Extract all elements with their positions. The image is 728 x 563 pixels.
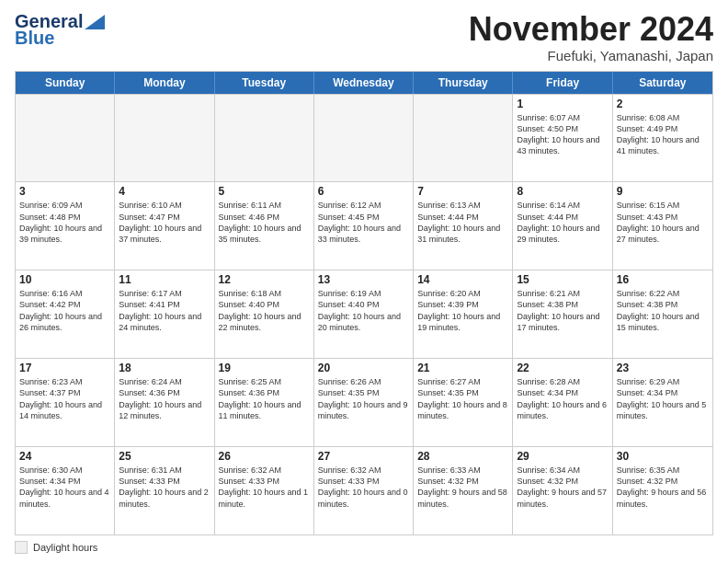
calendar-day-8: 8Sunrise: 6:14 AM Sunset: 4:44 PM Daylig… — [513, 182, 612, 270]
day-number: 3 — [19, 185, 110, 198]
calendar-empty-cell — [414, 95, 513, 182]
day-info: Sunrise: 6:09 AM Sunset: 4:48 PM Dayligh… — [19, 201, 105, 243]
day-number: 22 — [517, 362, 608, 374]
calendar: SundayMondayTuesdayWednesdayThursdayFrid… — [15, 71, 713, 535]
day-number: 28 — [417, 450, 508, 463]
calendar-day-16: 16Sunrise: 6:22 AM Sunset: 4:38 PM Dayli… — [613, 270, 712, 358]
day-info: Sunrise: 6:35 AM Sunset: 4:32 PM Dayligh… — [617, 465, 709, 508]
day-number: 11 — [119, 273, 210, 286]
calendar-day-5: 5Sunrise: 6:11 AM Sunset: 4:46 PM Daylig… — [215, 182, 314, 270]
day-number: 21 — [417, 362, 508, 374]
day-info: Sunrise: 6:31 AM Sunset: 4:33 PM Dayligh… — [119, 465, 210, 508]
logo-blue: Blue — [15, 28, 54, 48]
day-number: 20 — [318, 362, 409, 374]
day-number: 18 — [119, 362, 210, 374]
day-number: 23 — [617, 362, 709, 374]
day-info: Sunrise: 6:22 AM Sunset: 4:38 PM Dayligh… — [617, 289, 702, 331]
calendar-day-28: 28Sunrise: 6:33 AM Sunset: 4:32 PM Dayli… — [414, 447, 513, 534]
day-number: 25 — [119, 450, 210, 463]
logo-icon — [85, 15, 105, 29]
calendar-empty-cell — [215, 95, 314, 182]
calendar-empty-cell — [314, 95, 414, 182]
page: General Blue November 2024 Fuefuki, Yama… — [0, 0, 728, 563]
calendar-body: 1Sunrise: 6:07 AM Sunset: 4:50 PM Daylig… — [16, 94, 712, 534]
day-number: 29 — [517, 450, 608, 463]
day-info: Sunrise: 6:26 AM Sunset: 4:35 PM Dayligh… — [318, 377, 410, 419]
day-of-week-sunday: Sunday — [16, 72, 115, 94]
calendar-day-1: 1Sunrise: 6:07 AM Sunset: 4:50 PM Daylig… — [513, 95, 612, 182]
day-number: 1 — [517, 98, 608, 110]
day-number: 12 — [219, 273, 310, 286]
day-info: Sunrise: 6:10 AM Sunset: 4:47 PM Dayligh… — [119, 201, 204, 243]
svg-marker-0 — [85, 15, 105, 29]
day-info: Sunrise: 6:18 AM Sunset: 4:40 PM Dayligh… — [219, 289, 304, 331]
day-info: Sunrise: 6:34 AM Sunset: 4:32 PM Dayligh… — [517, 465, 609, 508]
day-info: Sunrise: 6:19 AM Sunset: 4:40 PM Dayligh… — [318, 289, 404, 331]
calendar-day-11: 11Sunrise: 6:17 AM Sunset: 4:41 PM Dayli… — [115, 270, 214, 358]
header: General Blue November 2024 Fuefuki, Yama… — [15, 11, 713, 63]
day-info: Sunrise: 6:21 AM Sunset: 4:38 PM Dayligh… — [517, 289, 602, 331]
calendar-week-3: 10Sunrise: 6:16 AM Sunset: 4:42 PM Dayli… — [16, 270, 712, 358]
day-of-week-monday: Monday — [115, 72, 214, 94]
legend: Daylight hours — [15, 541, 713, 554]
day-number: 16 — [617, 273, 709, 286]
day-info: Sunrise: 6:27 AM Sunset: 4:35 PM Dayligh… — [417, 377, 509, 419]
day-number: 7 — [417, 185, 508, 198]
day-info: Sunrise: 6:23 AM Sunset: 4:37 PM Dayligh… — [19, 377, 105, 419]
day-number: 9 — [617, 185, 709, 198]
day-of-week-tuesday: Tuesday — [215, 72, 314, 94]
day-number: 4 — [119, 185, 210, 198]
calendar-day-17: 17Sunrise: 6:23 AM Sunset: 4:37 PM Dayli… — [16, 359, 115, 446]
day-info: Sunrise: 6:16 AM Sunset: 4:42 PM Dayligh… — [19, 289, 105, 331]
calendar-day-4: 4Sunrise: 6:10 AM Sunset: 4:47 PM Daylig… — [115, 182, 214, 270]
day-info: Sunrise: 6:32 AM Sunset: 4:33 PM Dayligh… — [318, 465, 410, 508]
calendar-day-3: 3Sunrise: 6:09 AM Sunset: 4:48 PM Daylig… — [16, 182, 115, 270]
legend-label: Daylight hours — [33, 542, 97, 553]
calendar-week-5: 24Sunrise: 6:30 AM Sunset: 4:34 PM Dayli… — [16, 446, 712, 534]
calendar-day-26: 26Sunrise: 6:32 AM Sunset: 4:33 PM Dayli… — [215, 447, 314, 534]
day-number: 26 — [219, 450, 310, 463]
calendar-week-4: 17Sunrise: 6:23 AM Sunset: 4:37 PM Dayli… — [16, 358, 712, 446]
legend-box — [15, 541, 28, 554]
day-info: Sunrise: 6:24 AM Sunset: 4:36 PM Dayligh… — [119, 377, 204, 419]
day-number: 8 — [517, 185, 608, 198]
calendar-empty-cell — [115, 95, 214, 182]
calendar-day-30: 30Sunrise: 6:35 AM Sunset: 4:32 PM Dayli… — [613, 447, 712, 534]
calendar-day-27: 27Sunrise: 6:32 AM Sunset: 4:33 PM Dayli… — [314, 447, 414, 534]
day-of-week-friday: Friday — [513, 72, 612, 94]
calendar-day-2: 2Sunrise: 6:08 AM Sunset: 4:49 PM Daylig… — [613, 95, 712, 182]
day-of-week-wednesday: Wednesday — [314, 72, 414, 94]
day-number: 13 — [318, 273, 409, 286]
day-number: 14 — [417, 273, 508, 286]
day-number: 19 — [219, 362, 310, 374]
day-info: Sunrise: 6:15 AM Sunset: 4:43 PM Dayligh… — [617, 201, 702, 243]
calendar-day-18: 18Sunrise: 6:24 AM Sunset: 4:36 PM Dayli… — [115, 359, 214, 446]
calendar-day-21: 21Sunrise: 6:27 AM Sunset: 4:35 PM Dayli… — [414, 359, 513, 446]
day-info: Sunrise: 6:12 AM Sunset: 4:45 PM Dayligh… — [318, 201, 404, 243]
calendar-day-25: 25Sunrise: 6:31 AM Sunset: 4:33 PM Dayli… — [115, 447, 214, 534]
day-number: 30 — [617, 450, 709, 463]
day-number: 24 — [19, 450, 110, 463]
day-of-week-saturday: Saturday — [613, 72, 712, 94]
calendar-day-10: 10Sunrise: 6:16 AM Sunset: 4:42 PM Dayli… — [16, 270, 115, 358]
calendar-header: SundayMondayTuesdayWednesdayThursdayFrid… — [16, 72, 712, 94]
title-area: November 2024 Fuefuki, Yamanashi, Japan — [469, 11, 713, 63]
calendar-day-9: 9Sunrise: 6:15 AM Sunset: 4:43 PM Daylig… — [613, 182, 712, 270]
day-info: Sunrise: 6:14 AM Sunset: 4:44 PM Dayligh… — [517, 201, 602, 243]
day-of-week-thursday: Thursday — [414, 72, 513, 94]
day-info: Sunrise: 6:29 AM Sunset: 4:34 PM Dayligh… — [617, 377, 709, 419]
calendar-day-13: 13Sunrise: 6:19 AM Sunset: 4:40 PM Dayli… — [314, 270, 414, 358]
day-info: Sunrise: 6:11 AM Sunset: 4:46 PM Dayligh… — [219, 201, 304, 243]
day-info: Sunrise: 6:07 AM Sunset: 4:50 PM Dayligh… — [517, 113, 602, 155]
day-number: 6 — [318, 185, 409, 198]
location: Fuefuki, Yamanashi, Japan — [469, 48, 713, 63]
calendar-day-12: 12Sunrise: 6:18 AM Sunset: 4:40 PM Dayli… — [215, 270, 314, 358]
day-number: 2 — [617, 98, 709, 110]
logo: General Blue — [15, 11, 105, 48]
calendar-day-6: 6Sunrise: 6:12 AM Sunset: 4:45 PM Daylig… — [314, 182, 414, 270]
day-info: Sunrise: 6:13 AM Sunset: 4:44 PM Dayligh… — [417, 201, 503, 243]
day-info: Sunrise: 6:25 AM Sunset: 4:36 PM Dayligh… — [219, 377, 304, 419]
day-info: Sunrise: 6:17 AM Sunset: 4:41 PM Dayligh… — [119, 289, 204, 331]
day-info: Sunrise: 6:32 AM Sunset: 4:33 PM Dayligh… — [219, 465, 311, 508]
calendar-day-14: 14Sunrise: 6:20 AM Sunset: 4:39 PM Dayli… — [414, 270, 513, 358]
